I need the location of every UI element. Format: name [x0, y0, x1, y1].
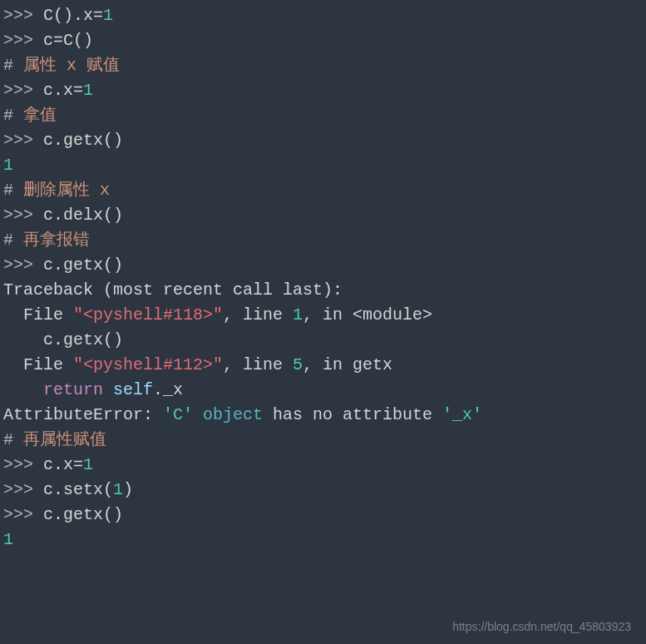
line-17-error: AttributeError: 'C' object has no attrib…: [3, 403, 643, 428]
watermark: https://blog.csdn.net/qq_45803923: [452, 618, 631, 636]
line-7: 1: [3, 153, 643, 178]
line-9: >>> c.delx(): [3, 203, 643, 228]
line-11: >>> c.getx(): [3, 253, 643, 278]
line-4: >>> c.x=1: [3, 78, 643, 103]
line-21: >>> c.getx(): [3, 503, 643, 528]
line-20: >>> c.setx(1): [3, 478, 643, 503]
line-8: # 删除属性 x: [3, 178, 643, 203]
line-3: # 属性 x 赋值: [3, 53, 643, 78]
line-18: # 再属性赋值: [3, 428, 643, 453]
line-13: File "<pyshell#118>", line 1, in <module…: [3, 303, 643, 328]
line-16: return self._x: [3, 378, 643, 403]
line-1: >>> C().x=1: [3, 3, 643, 28]
line-14: c.getx(): [3, 328, 643, 353]
line-5: # 拿值: [3, 103, 643, 128]
line-15: File "<pyshell#112>", line 5, in getx: [3, 353, 643, 378]
line-19: >>> c.x=1: [3, 453, 643, 478]
line-12-traceback: Traceback (most recent call last):: [3, 278, 643, 303]
code-block: >>> C().x=1 >>> c=C() # 属性 x 赋值 >>> c.x=…: [3, 3, 643, 552]
line-10: # 再拿报错: [3, 228, 643, 253]
line-2: >>> c=C(): [3, 28, 643, 53]
line-22: 1: [3, 528, 643, 552]
line-6: >>> c.getx(): [3, 128, 643, 153]
